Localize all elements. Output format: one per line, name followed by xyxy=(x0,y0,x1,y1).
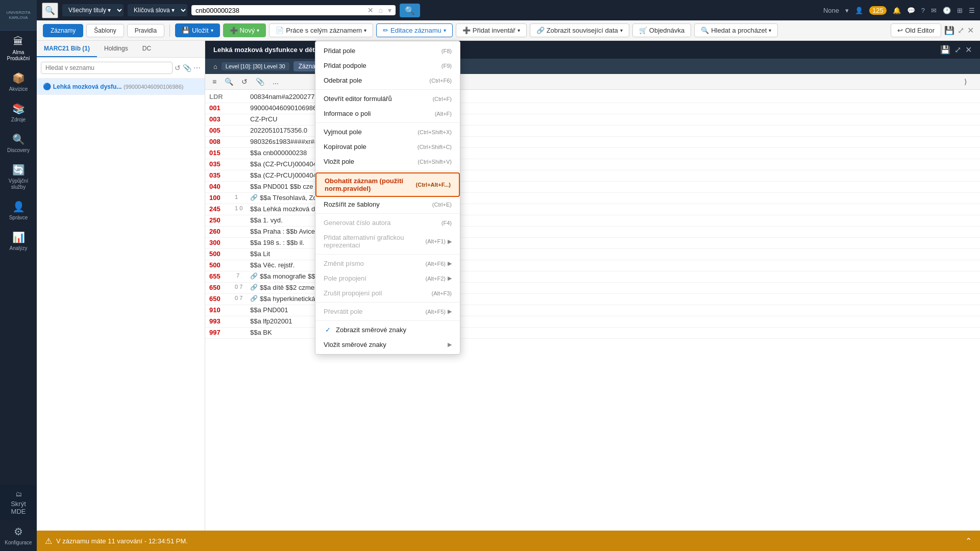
cm-shortcut-otevrit-editor: (Ctrl+F) xyxy=(432,96,452,102)
cm-shortcut-pridat-pole: (F8) xyxy=(442,48,452,54)
cm-label-otevrit-editor: Otevřít editor formulářů xyxy=(324,95,392,103)
cm-pole-propojeni: Pole propojení (Alt+F2) ▶ xyxy=(315,271,460,286)
cm-prevratit-pole: Převrátit pole (Alt+F5) ▶ xyxy=(315,304,460,319)
cm-label-pridat-pole: Přidat pole xyxy=(324,47,355,55)
cm-pridat-alt: Přidat alternativní grafickou reprezenta… xyxy=(315,230,460,253)
cm-rozsirit[interactable]: Rozšířit ze šablony (Ctrl+E) xyxy=(315,197,460,212)
cm-arrow-zemnit-pismo: ▶ xyxy=(448,260,452,267)
cm-shortcut-pridat-alt: (Alt+F1) xyxy=(426,238,446,244)
cm-shortcut-generovat: (F4) xyxy=(442,220,452,226)
cm-otevrit-editor[interactable]: Otevřít editor formulářů (Ctrl+F) xyxy=(315,91,460,106)
cm-label-vlozit-smerove: Vložit směrové znaky xyxy=(324,341,386,348)
cm-vlozit-smerove[interactable]: Vložit směrové znaky ▶ xyxy=(315,337,460,352)
cm-label-pridat-podpole: Přidat podpole xyxy=(324,62,366,69)
cm-informace[interactable]: Informace o poli (Alt+F) xyxy=(315,106,460,121)
context-menu: Přidat pole (F8) Přidat podpole (F9) Ode… xyxy=(315,41,460,355)
cm-label-pridat-alt: Přidat alternativní grafickou reprezenta… xyxy=(324,234,426,249)
context-menu-overlay[interactable]: Přidat pole (F8) Přidat podpole (F9) Ode… xyxy=(0,0,980,551)
cm-label-odebrat-pole: Odebrat pole xyxy=(324,77,362,84)
cm-shortcut-informace: (Alt+F) xyxy=(435,111,452,117)
cm-shortcut-kopirovat-pole: (Ctrl+Shift+C) xyxy=(418,144,452,150)
cm-arrow-pridat-alt: ▶ xyxy=(448,238,452,245)
cm-shortcut-obohatit: (Ctrl+Alt+F...) xyxy=(416,182,451,188)
cm-zobrazit-smerove[interactable]: ✓ Zobrazit směrové znaky xyxy=(315,322,460,337)
cm-divider-1 xyxy=(315,89,460,90)
cm-divider-3 xyxy=(315,170,460,171)
cm-shortcut-prevratit-pole: (Alt+F5) xyxy=(426,309,446,315)
cm-pridat-podpole[interactable]: Přidat podpole (F9) xyxy=(315,58,460,73)
cm-label-obohatit: Obohatit záznam (použití norm.pravidel) xyxy=(325,177,416,192)
cm-divider-5 xyxy=(315,254,460,255)
cm-kopirovat-pole[interactable]: Kopírovat pole (Ctrl+Shift+C) xyxy=(315,139,460,154)
cm-arrow-prevratit-pole: ▶ xyxy=(448,308,452,315)
cm-label-vyjmout-pole: Vyjmout pole xyxy=(324,128,362,136)
cm-label-kopirovat-pole: Kopírovat pole xyxy=(324,143,366,151)
cm-label-prevratit-pole: Převrátit pole xyxy=(324,308,363,315)
cm-arrow-pole-propojeni: ▶ xyxy=(448,275,452,282)
cm-vyjmout-pole[interactable]: Vyjmout pole (Ctrl+Shift+X) xyxy=(315,124,460,139)
cm-label-zemnit-pismo: Změnit písmo xyxy=(324,260,364,267)
cm-label-generovat: Generovat číslo autora xyxy=(324,219,391,227)
cm-shortcut-pridat-podpole: (F9) xyxy=(442,63,452,69)
cm-label-vlozit-pole: Vložit pole xyxy=(324,158,354,165)
cm-shortcut-rozsirit: (Ctrl+E) xyxy=(432,202,452,208)
cm-arrow-vlozit-smerove: ▶ xyxy=(448,341,452,348)
cm-odebrat-pole[interactable]: Odebrat pole (Ctrl+F6) xyxy=(315,73,460,88)
cm-shortcut-vlozit-pole: (Ctrl+Shift+V) xyxy=(418,159,452,165)
cm-zemnit-pismo: Změnit písmo (Alt+F6) ▶ xyxy=(315,256,460,271)
cm-divider-7 xyxy=(315,320,460,321)
cm-pridat-pole[interactable]: Přidat pole (F8) xyxy=(315,43,460,58)
cm-shortcut-pole-propojeni: (Alt+F2) xyxy=(426,276,446,282)
cm-generovat: Generovat číslo autora (F4) xyxy=(315,215,460,230)
cm-shortcut-zrusit-propojeni: (Alt+F3) xyxy=(432,290,452,296)
cm-shortcut-vyjmout-pole: (Ctrl+Shift+X) xyxy=(418,129,452,135)
cm-label-pole-propojeni: Pole propojení xyxy=(324,274,366,282)
cm-shortcut-odebrat-pole: (Ctrl+F6) xyxy=(429,78,452,84)
cm-obohatit[interactable]: Obohatit záznam (použití norm.pravidel) … xyxy=(315,172,460,197)
cm-label-rozsirit: Rozšířit ze šablony xyxy=(324,201,380,208)
cm-label-zobrazit-smerove: Zobrazit směrové znaky xyxy=(336,326,406,334)
cm-vlozit-pole[interactable]: Vložit pole (Ctrl+Shift+V) xyxy=(315,154,460,169)
cm-divider-6 xyxy=(315,302,460,303)
cm-shortcut-zemnit-pismo: (Alt+F6) xyxy=(426,261,446,267)
cm-check-zobrazit: ✓ xyxy=(324,326,332,334)
cm-zrusit-propojeni: Zrušit propojení polí (Alt+F3) xyxy=(315,286,460,300)
cm-divider-2 xyxy=(315,122,460,123)
cm-label-informace: Informace o poli xyxy=(324,110,371,117)
cm-divider-4 xyxy=(315,213,460,214)
cm-label-zrusit-propojeni: Zrušit propojení polí xyxy=(324,289,382,297)
